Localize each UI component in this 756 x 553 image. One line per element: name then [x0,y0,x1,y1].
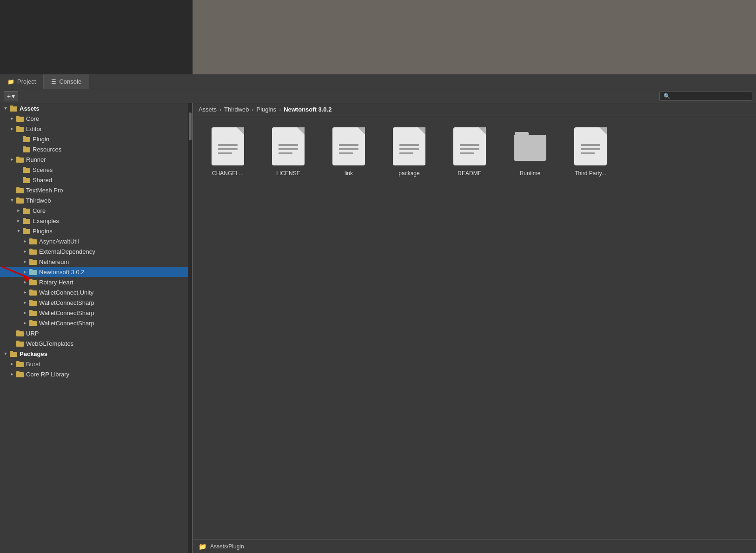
tree-item-textmeshpro[interactable]: TextMesh Pro [0,185,192,195]
svg-rect-50 [10,351,13,353]
tree-item-thirdweb[interactable]: Thirdweb [0,195,192,205]
tree-label-plugins: Plugins [33,228,53,235]
status-folder-icon: 📁 [199,543,206,550]
tree-item-editor[interactable]: Editor [0,124,192,134]
main-layout: Assets Core Editor Plugin Resources Runn… [0,103,756,553]
svg-rect-44 [29,320,33,322]
folder-icon-asyncawaitutil [29,238,37,244]
folder-icon-walletconnectsharp3 [29,320,37,326]
top-left-panel [0,0,193,74]
scrollbar[interactable] [188,103,192,553]
tree-arrow-corerplibrary [8,370,16,378]
svg-rect-2 [10,105,13,107]
tree-item-core1[interactable]: Core [0,113,192,124]
tree-item-urp[interactable]: URP [0,328,192,338]
doc-line [339,152,353,154]
tree-item-shared[interactable]: Shared [0,175,192,185]
tree-arrow-plugins [15,227,22,235]
doc-icon-readme [453,127,486,165]
file-label-package: package [398,170,419,177]
doc-line [218,152,232,154]
svg-rect-46 [16,330,20,332]
tree-label-core2: Core [33,207,46,214]
folder-icon-core2 [22,207,31,214]
svg-rect-38 [29,290,33,291]
tree-item-walletconnectsharp1[interactable]: WalletConnectSharp [0,297,192,308]
content-panel: Assets › Thirdweb › Plugins › Newtonsoft… [193,103,756,553]
doc-icon-changelog [212,127,244,165]
tree-item-externaldependency[interactable]: ExternalDependency [0,246,192,257]
tree-item-packages[interactable]: Packages [0,349,192,359]
tree-item-walletconnectsharp2[interactable]: WalletConnectSharp [0,308,192,318]
tree-item-plugins[interactable]: Plugins [0,226,192,236]
breadcrumb-assets[interactable]: Assets [199,106,217,113]
tree-item-newtonsoft[interactable]: Newtonsoft 3.0.2 [0,267,192,277]
tree-arrow-walletconnectsharp1 [21,299,29,306]
toolbar: + ▾ [0,89,756,103]
doc-lines-link [339,144,358,154]
tree-arrow-newtonsoft [21,268,29,276]
file-item-link[interactable]: link [323,125,374,177]
folder-icon-examples [22,217,31,224]
file-label-readme: README [458,170,481,177]
folder-icon-webgltemplates [16,340,24,347]
svg-rect-36 [29,279,33,281]
doc-lines-license [279,144,298,154]
tree-label-externaldependency: ExternalDependency [39,248,95,255]
tree-item-scenes[interactable]: Scenes [0,165,192,175]
tree-item-resources[interactable]: Resources [0,144,192,154]
tree-item-walletconnect1[interactable]: WalletConnect.Unity [0,287,192,297]
tree-label-newtonsoft: Newtonsoft 3.0.2 [39,269,85,276]
folder-icon-resources [22,146,31,152]
file-tree-panel: Assets Core Editor Plugin Resources Runn… [0,103,193,553]
svg-rect-30 [29,249,33,250]
tree-label-assets: Assets [20,105,40,112]
tab-console[interactable]: ☰ Console [44,74,89,89]
svg-rect-20 [16,198,20,199]
file-item-package[interactable]: package [384,125,435,177]
tree-item-walletconnectsharp3[interactable]: WalletConnectSharp [0,318,192,328]
doc-line [279,152,292,154]
svg-rect-28 [29,238,33,240]
tree-arrow-examples [15,217,22,224]
tree-item-rotaryheart[interactable]: Rotary Heart [0,277,192,287]
file-item-readme[interactable]: README [444,125,495,177]
tab-project-label: Project [17,78,36,85]
tree-item-corerplibrary[interactable]: Core RP Library [0,369,192,379]
folder-icon-assets [9,105,18,112]
file-item-thirdparty[interactable]: Third Party... [565,125,616,177]
breadcrumb: Assets › Thirdweb › Plugins › Newtonsoft… [193,103,756,116]
file-item-license[interactable]: LICENSE [263,125,314,177]
tree-item-webgltemplates[interactable]: WebGLTemplates [0,338,192,349]
tree-item-asyncawaitutil[interactable]: AsyncAwaitUtil [0,236,192,246]
svg-rect-18 [16,187,20,189]
add-button[interactable]: + ▾ [4,91,18,101]
scroll-thumb[interactable] [189,112,192,140]
tab-project[interactable]: 📁 Project [0,74,44,89]
tree-label-walletconnectsharp2: WalletConnectSharp [39,309,94,316]
breadcrumb-plugins[interactable]: Plugins [256,106,276,113]
doc-line [279,144,298,146]
tree-label-urp: URP [26,330,39,337]
tree-item-core2[interactable]: Core [0,205,192,216]
tree-label-editor: Editor [26,125,42,132]
folder-icon-plugin [22,136,31,142]
tree-label-core1: Core [26,115,39,122]
svg-rect-14 [23,167,26,169]
file-item-runtime[interactable]: Runtime [504,125,556,177]
breadcrumb-thirdweb[interactable]: Thirdweb [224,106,249,113]
tree-item-runner[interactable]: Runner [0,154,192,165]
svg-rect-22 [23,208,26,210]
file-item-changelog[interactable]: CHANGEL... [202,125,253,177]
doc-line [218,144,238,146]
tree-item-examples[interactable]: Examples [0,216,192,226]
tree-item-burst[interactable]: Burst [0,359,192,369]
doc-line [399,144,419,146]
search-input[interactable] [659,92,752,101]
tree-item-plugin[interactable]: Plugin [0,134,192,144]
tree-item-nethereum[interactable]: Nethereum [0,257,192,267]
doc-line [460,144,479,146]
tree-item-assets[interactable]: Assets [0,103,192,113]
tree-label-nethereum: Nethereum [39,258,69,265]
svg-rect-54 [16,371,20,373]
